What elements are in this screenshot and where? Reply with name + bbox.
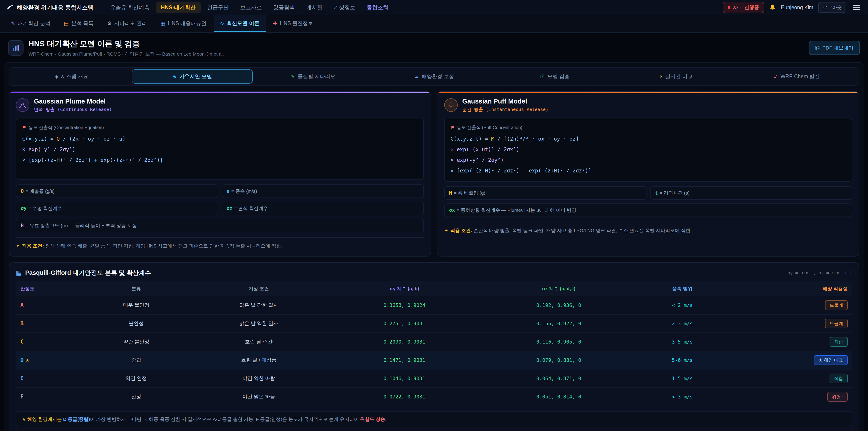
model-cards-row: Gaussian Plume Model 연속 방출 (Continuous R… xyxy=(8,91,860,256)
tab-marine-correction[interactable]: ☁ 해양환경 보정 xyxy=(374,69,495,84)
plume-application-note: ✦적용 조건: 정상 상태 연속 배출, 균일 풍속, 평탄 지형. 해양 HN… xyxy=(16,237,424,250)
cloud-icon: ☁ xyxy=(414,74,419,80)
table-row: C 약간 불안정 흐린 날 주간 0.2090, 0.9031 0.116, 0… xyxy=(16,333,852,351)
plume-equation-line-1: C(x,y,z) = Q / (2π · σy · σz · u) xyxy=(22,133,417,144)
subnav-analysis-list[interactable]: ▤ 분석 목록 xyxy=(58,16,100,32)
overview-icon: ◈ xyxy=(54,74,58,80)
col-weather: 기상 조건 xyxy=(188,281,330,296)
subnav-hns-manual[interactable]: ▦ HNS 대응매뉴얼 xyxy=(154,16,213,32)
pdf-export-button[interactable]: ⎘ PDF 내보내기 xyxy=(809,41,860,55)
plume-curve-icon xyxy=(16,98,29,112)
col-marine-applicability: 해양 적용성 xyxy=(726,281,852,296)
tab-model-validation[interactable]: ☑ 모델 검증 xyxy=(494,69,615,84)
incident-dot-icon xyxy=(727,6,730,9)
rocket-icon: ➹ xyxy=(774,74,778,80)
nav-item-aerial-search[interactable]: 항공탐색 xyxy=(268,2,300,13)
table-row: A 매우 불안정 맑은 날 강한 일사 0.3658, 0.9024 0.192… xyxy=(16,296,852,314)
plume-equation-line-3: × [exp(-(z-H)² / 2σz²) + exp(-(z+H)² / 2… xyxy=(22,155,417,165)
pencil-icon: ✎ xyxy=(11,21,15,26)
page-title: HNS 대기확산 모델 이론 및 검증 xyxy=(29,39,224,49)
puff-application-note: ✦적용 조건: 순간적 대량 방출, 폭발·탱크 파열. 해양 사고 중 LPG… xyxy=(444,222,852,235)
stability-table: 안정도 분류 기상 조건 σy 계수 (a, b) σz 계수 (c, d, f… xyxy=(16,281,852,406)
app-title: 해양환경 위기대응 통합시스템 xyxy=(17,4,93,11)
incident-label: 사고 진행중 xyxy=(733,4,759,11)
nav-item-weather-info[interactable]: 기상정보 xyxy=(329,2,360,13)
pin-icon: ⚑ xyxy=(451,123,455,132)
plume-parameters: Q= 배출률 (g/s) u= 풍속 (m/s) σy= 수평 확산계수 σz=… xyxy=(16,184,424,232)
list-icon: ▤ xyxy=(64,21,69,26)
incident-status-badge: 사고 진행중 xyxy=(723,2,764,13)
param-q: Q= 배출률 (g/s) xyxy=(16,184,218,198)
tab-substance-scenario[interactable]: ✎ 물질별 시나리오 xyxy=(253,69,374,84)
table-row: E 약간 안정 야간 약한 바람 0.1046, 0.9031 0.064, 0… xyxy=(16,369,852,388)
puff-equation-line-2: × exp(-(x-ut)² / 2σx²) xyxy=(451,144,846,155)
app-brand: 해양환경 위기대응 통합시스템 xyxy=(6,4,93,11)
nav-right-area: 사고 진행중 Eunjeong Kim 로그아웃 xyxy=(723,2,862,13)
tip-icon: ✦ xyxy=(444,228,448,233)
logo-icon xyxy=(6,4,13,11)
page-subtitle: WRF-Chem · Gaussian Plume/Puff · ROMS · … xyxy=(29,51,224,57)
check-box-icon: ☑ xyxy=(540,74,545,80)
puff-equation-line-4: × [exp(-(z-H)² / 2σz²) + exp(-(z+H)² / 2… xyxy=(451,165,846,176)
param-u: u= 풍속 (m/s) xyxy=(222,184,424,198)
param-t: t= 경과시간 (s) xyxy=(650,186,852,200)
table-title: Pasquill-Gifford 대기안정도 분류 및 확산계수 xyxy=(25,269,151,277)
table-row-marine-representative: D★ 중립 흐린 날 / 해상풍 0.1471, 0.9031 0.079, 0… xyxy=(16,351,852,369)
status-badge: 드물게 xyxy=(825,300,848,310)
param-sigma-x: σx= 풍하방향 확산계수 — Plume에서는 u에 의해 이미 반영 xyxy=(444,204,852,217)
pin-icon: ⚑ xyxy=(22,123,26,132)
subnav-scenario-management[interactable]: ⚙ 시나리오 관리 xyxy=(101,16,153,32)
menu-icon[interactable] xyxy=(851,3,862,12)
tab-wrf-chem[interactable]: ➹ WRF-Chem 발전 xyxy=(736,69,857,84)
top-navigation: 해양환경 위기대응 통합시스템 유출유 확산예측 HNS·대기확산 긴급구난 보… xyxy=(0,0,868,16)
puff-equation-block: ⚑ 농도 산출식 (Puff Concentration) C(x,y,z,t)… xyxy=(444,118,852,182)
param-m: M= 총 배출량 (g) xyxy=(444,186,647,200)
col-wind: 풍속 범위 xyxy=(638,281,726,296)
tab-gaussian-model[interactable]: ∿ 가우시안 모델 xyxy=(132,69,253,84)
status-badge: ★ 해양 대표 xyxy=(814,355,848,365)
content-shell: ◈ 시스템 개요 ∿ 가우시안 모델 ✎ 물질별 시나리오 ☁ 해양환경 보정 … xyxy=(4,62,864,431)
chart-icon xyxy=(8,40,24,56)
table-icon: ▦ xyxy=(16,269,22,276)
status-badge: 드물게 xyxy=(825,319,848,329)
table-row: B 불안정 맑은 날 약한 일사 0.2751, 0.9031 0.156, 0… xyxy=(16,314,852,333)
param-h: H= 유효 방출고도 (m) — 물리적 높이 + 부력 상승 보정 xyxy=(16,219,424,232)
nav-item-emergency-rescue[interactable]: 긴급구난 xyxy=(202,2,234,13)
subnav-model-theory[interactable]: ∿ 확산모델 이론 xyxy=(214,16,266,32)
tab-realtime-comparison[interactable]: ⚡ 실시간 비교 xyxy=(615,69,736,84)
pencil-icon: ✎ xyxy=(291,74,295,80)
puff-curve-icon xyxy=(444,98,458,112)
section-tabbar: ◈ 시스템 개요 ∿ 가우시안 모델 ✎ 물질별 시나리오 ☁ 해양환경 보정 … xyxy=(8,67,860,86)
tab-system-overview[interactable]: ◈ 시스템 개요 xyxy=(11,69,132,84)
tip-icon: ✦ xyxy=(16,243,20,248)
plume-subtitle: 연속 방출 (Continuous Release) xyxy=(34,106,112,113)
user-name: Eunjeong Kim xyxy=(781,4,813,11)
table-footnote: ★ 해양 환경에서는 D 등급(중립)이 가장 빈번하게 나타난다. 해풍·육풍… xyxy=(16,411,852,427)
main-nav: 유출유 확산예측 HNS·대기확산 긴급구난 보고자료 항공탐색 게시판 기상정… xyxy=(105,2,723,13)
subnav-hns-substance-info[interactable]: ✚ HNS 물질정보 xyxy=(267,16,319,32)
notification-bell-icon[interactable] xyxy=(769,4,776,11)
gear-icon: ⚙ xyxy=(107,21,112,26)
nav-item-board[interactable]: 게시판 xyxy=(301,2,327,13)
page: 해양환경 위기대응 통합시스템 유출유 확산예측 HNS·대기확산 긴급구난 보… xyxy=(0,0,868,431)
curve-icon: ∿ xyxy=(220,21,224,26)
nav-item-oil-diffusion[interactable]: 유출유 확산예측 xyxy=(105,2,155,13)
lightning-icon: ⚡ xyxy=(659,74,662,80)
stability-table-panel: ▦ Pasquill-Gifford 대기안정도 분류 및 확산계수 σy = … xyxy=(8,263,860,431)
nav-item-integrated-search[interactable]: 통합조회 xyxy=(362,2,393,13)
logout-button[interactable]: 로그아웃 xyxy=(818,2,846,13)
puff-title: Gaussian Puff Model xyxy=(462,98,548,105)
plume-title: Gaussian Plume Model xyxy=(34,98,112,105)
nav-item-hns-air-diffusion[interactable]: HNS·대기확산 xyxy=(156,2,201,13)
subnav-air-analysis[interactable]: ✎ 대기확산 분석 xyxy=(4,16,57,32)
status-badge: 적합 xyxy=(830,337,848,347)
nav-item-reports[interactable]: 보고자료 xyxy=(235,2,267,13)
param-sigma-z: σz= 연직 확산계수 xyxy=(222,202,424,215)
gaussian-plume-card: Gaussian Plume Model 연속 방출 (Continuous R… xyxy=(8,91,431,256)
col-sigma-z: σz 계수 (c, d, f) xyxy=(479,281,638,296)
plume-equation-line-2: × exp(-y² / 2σy²) xyxy=(22,144,417,155)
status-badge: 적합 xyxy=(830,374,848,383)
star-icon: ★ xyxy=(25,358,29,363)
table-row: F 안정 야간 맑은 하늘 0.0722, 0.9031 0.051, 0.81… xyxy=(16,388,852,406)
book-icon: ▦ xyxy=(160,21,165,26)
